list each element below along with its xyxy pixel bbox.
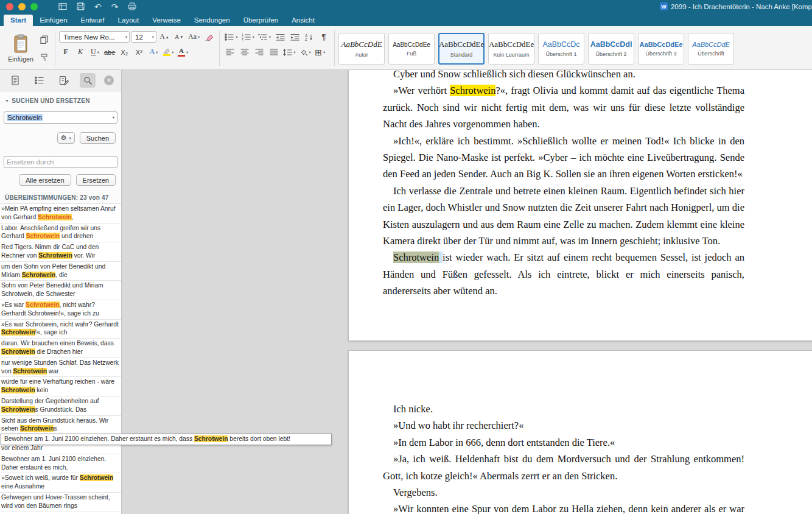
content-area: ✕ ▼ SUCHEN UND ERSETZEN Schrotwein ▾ ⚙ ▾… xyxy=(0,70,812,514)
search-result-item[interactable]: wissen. »Ich habe die Mücke hineingesteu… xyxy=(0,512,121,514)
search-result-item[interactable]: Sicht aus dem Grundstück heraus. Wir seh… xyxy=(0,416,121,435)
paragraph: »Ich!«, erkläre ich bestimmt. »Schließli… xyxy=(383,133,744,183)
search-result-item[interactable]: Red Tigers. Nimm dir CaC und den Rechner… xyxy=(0,242,121,262)
strikethrough-button[interactable]: abe xyxy=(103,46,116,58)
paragraph: »Ja, ich weiß. Heldenhaft bist du dem Mo… xyxy=(383,451,744,484)
save-button[interactable] xyxy=(77,2,85,11)
style-card-standard[interactable]: AaBbCcDdEeStandard xyxy=(438,33,485,65)
close-sidebar-button[interactable]: ✕ xyxy=(104,76,114,85)
replace-all-button[interactable]: Alle ersetzen xyxy=(19,174,71,186)
search-result-item[interactable]: »Soweit ich weiß, wurde für Schrotwein e… xyxy=(0,473,121,493)
subscript-button[interactable]: X₂ xyxy=(117,46,131,58)
numbered-list-button[interactable]: 123 ▾ xyxy=(240,30,256,43)
page-2[interactable]: Ich nicke.»Und wo habt ihr recherchiert?… xyxy=(348,350,812,514)
bold-button[interactable]: F xyxy=(59,46,72,58)
search-options-button[interactable]: ⚙ ▾ xyxy=(57,132,75,144)
zoom-window-button[interactable] xyxy=(30,3,38,10)
tab-einfügen[interactable]: Einfügen xyxy=(33,15,74,26)
search-result-item[interactable]: Darstellung der Gegebenheiten auf Schrot… xyxy=(0,396,121,416)
align-center-button[interactable] xyxy=(238,46,251,58)
style-card-überschrift-3[interactable]: AaBbCcDdEeÜberschrift 3 xyxy=(638,33,684,65)
undo-button[interactable]: ↶ xyxy=(94,2,102,11)
style-card-kein-leerraum[interactable]: AaBbCcDdEeKein Leerraum xyxy=(488,33,534,65)
search-result-item[interactable]: Bewohner am 1. Juni 2100 einziehen. Dahe… xyxy=(0,454,121,474)
match-highlight: Schrotwein xyxy=(38,214,72,220)
minimize-window-button[interactable] xyxy=(18,3,26,10)
italic-button[interactable]: K xyxy=(74,46,87,58)
search-result-item[interactable]: »Es war Schrotwein, nicht wahr? Gerhardt… xyxy=(0,320,121,339)
search-result-item[interactable]: nur wenige Stunden Schlaf. Das Netzwerk … xyxy=(0,358,121,378)
clear-formatting-button[interactable] xyxy=(202,30,215,43)
align-right-button[interactable] xyxy=(253,46,266,58)
bullet-list-button[interactable]: ▾ xyxy=(223,30,239,43)
paragraph: »Und wo habt ihr recherchiert?« xyxy=(383,417,744,434)
match-highlight: Schrotwein xyxy=(80,474,114,481)
paragraph-group: ▾ 123 ▾ ▾ AZ ¶ xyxy=(220,29,334,68)
paste-button[interactable]: Einfügen xyxy=(6,30,35,67)
view-grid-button[interactable] xyxy=(58,2,67,11)
tab-sendungen[interactable]: Sendungen xyxy=(187,15,237,26)
page-1[interactable]: Cyber und Snow schließlich sich diesen G… xyxy=(348,70,812,341)
justify-button[interactable] xyxy=(267,46,281,58)
panel-title: SUCHEN UND ERSETZEN xyxy=(12,97,90,104)
print-button[interactable] xyxy=(128,2,136,11)
text-effects-button[interactable]: A▾ xyxy=(147,46,160,58)
search-result-item[interactable]: daran. Wir brauchen einen Beweis, dass S… xyxy=(0,339,121,358)
search-result-item[interactable]: Sohn von Peter Benedikt und Miriam Schro… xyxy=(0,281,121,300)
tab-überprüfen[interactable]: Überprüfen xyxy=(237,15,285,26)
increase-indent-button[interactable] xyxy=(288,30,301,43)
paragraph: Ich nicke. xyxy=(383,401,744,417)
tab-entwurf[interactable]: Entwurf xyxy=(74,15,111,26)
panel-header[interactable]: ▼ SUCHEN UND ERSETZEN xyxy=(5,97,121,104)
search-result-item[interactable]: »Es war Schrotwein, nicht wahr? Gerhardt… xyxy=(0,300,121,320)
tab-layout[interactable]: Layout xyxy=(111,15,146,26)
close-window-button[interactable] xyxy=(6,3,13,10)
search-result-item[interactable]: Labor. Anschließend greifen wir uns Gerh… xyxy=(0,224,121,243)
borders-button[interactable]: ⊞ ▾ xyxy=(313,46,327,58)
search-result-item[interactable]: würde für eine Verhaftung reichen - wäre… xyxy=(0,377,121,396)
shrink-font-button[interactable]: A▼ xyxy=(172,30,186,43)
tab-verweise[interactable]: Verweise xyxy=(145,15,187,26)
align-left-button[interactable] xyxy=(223,46,237,58)
decrease-indent-button[interactable] xyxy=(273,30,287,43)
shading-button[interactable]: ▾ xyxy=(298,46,312,58)
search-input[interactable]: Schrotwein ▾ xyxy=(4,111,117,124)
align-left-icon xyxy=(226,49,234,55)
font-name-combo[interactable]: Times New Ro... ▾ xyxy=(59,31,130,43)
search-result-item[interactable]: »Mein PA empfing einen seltsamen Anruf v… xyxy=(0,204,121,224)
change-case-button[interactable]: Aa▾ xyxy=(187,30,201,43)
headings-pane-button[interactable] xyxy=(32,73,47,88)
replace-input[interactable] xyxy=(4,156,117,168)
underline-button[interactable]: U▾ xyxy=(88,46,102,58)
style-card-überschrift-1[interactable]: AaBbCcDcÜberschrift 1 xyxy=(538,33,584,65)
find-pane-button[interactable] xyxy=(80,73,96,88)
show-paragraph-marks-button[interactable]: ¶ xyxy=(317,30,331,43)
font-size-combo[interactable]: 12 ▾ xyxy=(131,31,156,43)
sort-button[interactable]: AZ xyxy=(303,30,316,43)
ribbon-tabs: StartEinfügenEntwurfLayoutVerweiseSendun… xyxy=(0,13,812,26)
tab-ansicht[interactable]: Ansicht xyxy=(285,15,321,26)
style-card-autor[interactable]: AaBbCcDdEAutor xyxy=(338,33,385,65)
style-card-überschrift[interactable]: AaBbCcDdEÜberschrift xyxy=(688,33,734,65)
replace-button[interactable]: Ersetzen xyxy=(76,174,116,186)
style-card-fuß[interactable]: AaBbCcDdEeFuß xyxy=(388,33,435,65)
tab-start[interactable]: Start xyxy=(4,15,33,26)
style-label: Standard xyxy=(450,52,473,58)
search-result-item[interactable]: um den Sohn von Peter Benedikt und Miria… xyxy=(0,262,121,281)
superscript-button[interactable]: X² xyxy=(132,46,145,58)
style-sample: AaBbCcDdEe xyxy=(393,41,430,48)
thumbnails-pane-button[interactable] xyxy=(7,73,23,88)
multilevel-list-button[interactable]: ▾ xyxy=(257,30,272,43)
line-spacing-button[interactable]: ▾ xyxy=(282,46,296,58)
review-pane-button[interactable] xyxy=(56,73,72,88)
search-result-item[interactable]: Gehwegen und Hover-Trassen scheint, wird… xyxy=(0,493,121,512)
match-highlight: Schrotwein xyxy=(26,233,60,239)
redo-button[interactable]: ↷ xyxy=(111,2,119,11)
font-color-button[interactable]: A ▾ xyxy=(177,46,190,58)
style-card-überschrift-2[interactable]: AaBbCcDdIÜberschrift 2 xyxy=(588,33,634,65)
grow-font-button[interactable]: A▲ xyxy=(158,30,171,43)
format-painter-button[interactable] xyxy=(38,51,51,64)
find-button[interactable]: Suchen xyxy=(80,132,116,144)
copy-button[interactable] xyxy=(38,33,51,46)
highlight-color-button[interactable]: ▾ xyxy=(161,46,175,58)
